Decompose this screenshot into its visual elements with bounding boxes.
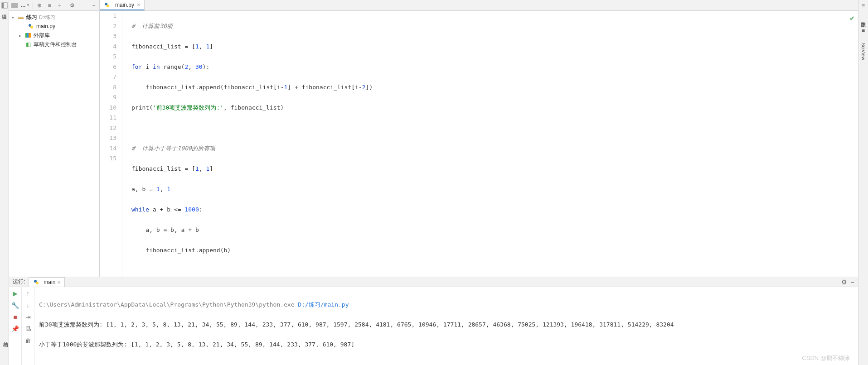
- python-file-icon: [27, 23, 34, 30]
- svg-point-6: [107, 5, 109, 7]
- watermark: CSDN @鹅不糊涂: [802, 354, 850, 362]
- run-settings-icon[interactable]: ⚙: [841, 279, 847, 286]
- code-area[interactable]: # 计算前30项 fibonacci_list = [1, 1] for i i…: [122, 11, 858, 277]
- folder-icon: ▬: [17, 14, 24, 21]
- pin-icon[interactable]: 📌: [11, 325, 19, 332]
- editor-body[interactable]: 123456789101112131415 # 计算前30项 fibonacci…: [100, 11, 858, 277]
- down-icon[interactable]: ↓: [26, 302, 29, 309]
- tree-file-label: main.py: [36, 23, 55, 29]
- editor-panel: main.py × 123456789101112131415 # 计算前30项…: [100, 0, 858, 277]
- collapse-icon[interactable]: ÷: [56, 2, 63, 9]
- check-icon: ✔: [850, 14, 854, 22]
- sciview-rail-label[interactable]: SciView: [861, 43, 866, 60]
- console-output[interactable]: C:\Users\Administrator\AppData\Local\Pro…: [34, 287, 858, 365]
- console-line: 小于等于1000的斐波那契数列为: [1, 1, 2, 3, 5, 8, 13,…: [39, 340, 853, 350]
- gutter: 123456789101112131415: [100, 11, 122, 277]
- svg-rect-2: [11, 3, 18, 8]
- right-tool-rail: ≡ 数据库 ≡ SciView: [858, 0, 868, 365]
- expand-icon[interactable]: ≡: [46, 2, 53, 9]
- run-header-label: 运行:: [13, 278, 25, 286]
- wrap-icon[interactable]: ⇥: [25, 313, 31, 321]
- tree-scratch-label: 草稿文件和控制台: [34, 41, 77, 48]
- project-view-dropdown[interactable]: ...▼: [21, 2, 30, 9]
- project-panel: ...▼ ⊕ ≡ ÷ ⚙ − ▾ ▬ 练习 D:\练习: [9, 0, 100, 277]
- editor-tab-bar: main.py ×: [100, 0, 858, 11]
- svg-rect-1: [2, 3, 4, 8]
- tree-root-path: D:\练习: [39, 14, 55, 21]
- tree-file-main[interactable]: main.py: [9, 22, 99, 31]
- console-command: C:\Users\Administrator\AppData\Local\Pro…: [39, 301, 298, 308]
- project-toolbar: ...▼ ⊕ ≡ ÷ ⚙ −: [9, 0, 99, 11]
- tab-label: main.py: [115, 2, 134, 8]
- console-script-path[interactable]: D:/练习/main.py: [298, 301, 349, 308]
- python-run-icon: [33, 279, 40, 286]
- tab-main-py[interactable]: main.py ×: [100, 0, 145, 10]
- settings-icon[interactable]: ⚙: [69, 2, 76, 9]
- tree-root[interactable]: ▾ ▬ 练习 D:\练习: [9, 13, 99, 22]
- project-view-icon[interactable]: [11, 2, 18, 9]
- tree-external-libs[interactable]: ▸ 外部库: [9, 31, 99, 40]
- svg-point-4: [30, 26, 33, 29]
- run-control-bar: ▶ 🔧 ■ 📌: [9, 287, 22, 365]
- target-icon[interactable]: ⊕: [36, 2, 43, 9]
- stop-icon[interactable]: ■: [13, 313, 17, 321]
- run-hide-icon[interactable]: −: [851, 279, 854, 286]
- run-output-bar: ↑ ↓ ⇥ 🖶 🗑: [22, 287, 34, 365]
- close-run-tab-icon[interactable]: ×: [57, 279, 61, 286]
- svg-point-8: [36, 282, 39, 284]
- hide-icon[interactable]: −: [90, 2, 97, 9]
- python-file-icon: [103, 1, 111, 9]
- libraries-icon: [24, 32, 32, 39]
- project-rail-icon[interactable]: [1, 2, 8, 9]
- run-tab-main[interactable]: main ×: [29, 277, 65, 287]
- rerun-icon[interactable]: ▶: [13, 290, 18, 297]
- scratch-icon: ◧: [24, 41, 32, 48]
- print-icon[interactable]: 🖶: [25, 325, 31, 332]
- run-tab-label: main: [44, 279, 55, 285]
- database-rail-icon[interactable]: ≡: [862, 3, 865, 9]
- trash-icon[interactable]: 🗑: [25, 337, 31, 344]
- wrench-icon[interactable]: 🔧: [11, 302, 19, 309]
- sciview-rail-icon[interactable]: ≡: [862, 27, 865, 34]
- run-panel: 运行: main × ⚙ − ▶ 🔧 ■ 📌: [9, 277, 858, 365]
- tree-scratch[interactable]: ◧ 草稿文件和控制台: [9, 40, 99, 49]
- tree-root-label: 练习: [26, 14, 37, 21]
- run-header: 运行: main × ⚙ −: [9, 277, 858, 287]
- console-line: 前30项斐波那契数列为: [1, 1, 2, 3, 5, 8, 13, 21, …: [39, 320, 853, 330]
- project-tree: ▾ ▬ 练习 D:\练习 main.py ▸ 外部库: [9, 11, 99, 51]
- tree-libs-label: 外部库: [34, 32, 50, 39]
- up-icon[interactable]: ↑: [26, 290, 29, 297]
- close-tab-icon[interactable]: ×: [137, 1, 141, 8]
- left-tool-rail: 项目: [0, 0, 9, 365]
